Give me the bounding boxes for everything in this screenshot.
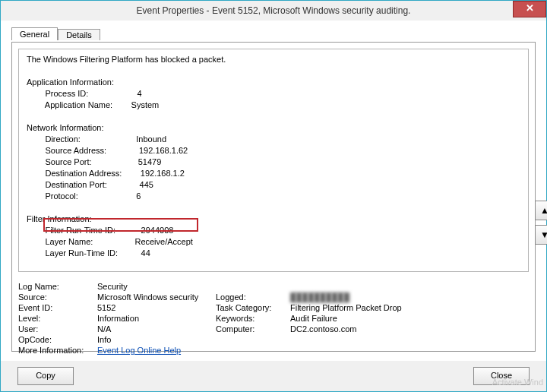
event-log-online-help-link[interactable]: Event Log Online Help <box>97 346 181 355</box>
tab-general[interactable]: General <box>11 27 58 40</box>
close-icon: ✕ <box>526 2 534 14</box>
tab-page-general: The Windows Filtering Platform has block… <box>11 42 536 352</box>
logged-value: ██████████ <box>290 292 447 302</box>
event-summary: Log Name: Security Source: Microsoft Win… <box>18 281 529 356</box>
log-name-label: Log Name: <box>18 281 97 292</box>
level-value: Information <box>97 313 216 324</box>
user-label: User: <box>18 324 97 334</box>
event-message-box[interactable]: The Windows Filtering Platform has block… <box>18 49 529 272</box>
opcode-value: Info <box>97 334 447 345</box>
tab-strip: GeneralDetails <box>11 27 536 42</box>
tab-details[interactable]: Details <box>58 29 100 40</box>
keywords-value: Audit Failure <box>290 313 447 324</box>
keywords-label: Keywords: <box>216 313 290 324</box>
opcode-label: OpCode: <box>18 334 97 345</box>
user-value: N/A <box>97 324 216 334</box>
log-name-value: Security <box>97 281 447 292</box>
computer-value: DC2.contoso.com <box>290 324 447 334</box>
event-properties-window: Event Properties - Event 5152, Microsoft… <box>0 0 547 392</box>
logged-label: Logged: <box>216 292 290 302</box>
copy-button[interactable]: Copy <box>17 367 74 385</box>
task-category-label: Task Category: <box>216 302 290 313</box>
task-category-value: Filtering Platform Packet Drop <box>290 302 447 313</box>
arrow-down-icon: ▼ <box>540 229 547 240</box>
summary-table: Log Name: Security Source: Microsoft Win… <box>18 281 447 356</box>
arrow-up-icon: ▲ <box>540 205 547 216</box>
level-label: Level: <box>18 313 97 324</box>
next-event-button[interactable]: ▼ <box>535 225 547 245</box>
titlebar: Event Properties - Event 5152, Microsoft… <box>1 1 546 21</box>
source-value: Microsoft Windows security <box>97 292 216 302</box>
event-id-label: Event ID: <box>18 302 97 313</box>
button-row: Copy Close Activate Wind <box>1 361 546 391</box>
msg-text: The Windows Filtering Platform has block… <box>27 55 226 258</box>
more-info-label: More Information: <box>18 345 97 356</box>
source-label: Source: <box>18 292 97 302</box>
window-title: Event Properties - Event 5152, Microsoft… <box>1 1 546 21</box>
close-button[interactable]: Close <box>473 367 530 385</box>
content-area: GeneralDetails The Windows Filtering Pla… <box>1 21 546 361</box>
prev-event-button[interactable]: ▲ <box>535 201 547 220</box>
window-close-button[interactable]: ✕ <box>513 1 546 17</box>
computer-label: Computer: <box>216 324 290 334</box>
event-id-value: 5152 <box>97 302 216 313</box>
